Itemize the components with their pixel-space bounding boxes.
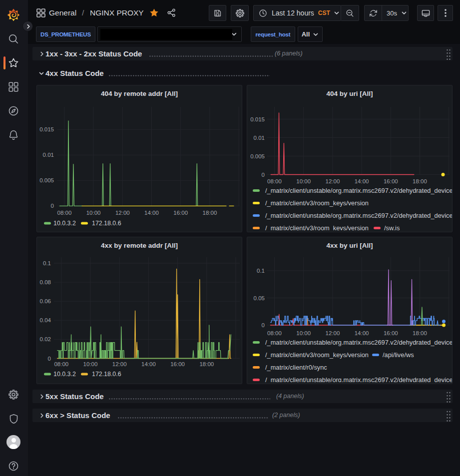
svg-text:0: 0 (48, 356, 51, 362)
svg-text:10.0.3.2: 10.0.3.2 (53, 220, 76, 227)
svg-text:172.18.0.6: 172.18.0.6 (92, 220, 121, 227)
svg-text:/_matrix/client/unstable/org.m: /_matrix/client/unstable/org.matrix.msc2… (265, 339, 452, 346)
svg-text:/_matrix/client/v3/room_keys/v: /_matrix/client/v3/room_keys/version (265, 351, 369, 359)
svg-text:0.08: 0.08 (40, 279, 51, 285)
svg-text:/_matrix/client/unstable/org.m: /_matrix/client/unstable/org.matrix.msc2… (265, 187, 452, 194)
svg-text:0.015: 0.015 (250, 116, 265, 122)
svg-text:10:00: 10:00 (86, 210, 101, 216)
svg-text:16:00: 16:00 (173, 210, 188, 216)
svg-text:16:00: 16:00 (384, 330, 398, 336)
svg-text:14:00: 14:00 (355, 330, 369, 336)
svg-text:08:00: 08:00 (267, 330, 282, 336)
svg-text:10:00: 10:00 (296, 178, 311, 184)
svg-text:08:00: 08:00 (267, 178, 282, 184)
svg-text:14:00: 14:00 (141, 361, 156, 367)
svg-text:0.1: 0.1 (257, 268, 265, 274)
svg-text:0.1: 0.1 (43, 260, 51, 266)
svg-text:/_matrix/client/r0/sync: /_matrix/client/r0/sync (265, 364, 327, 371)
svg-text:14:00: 14:00 (144, 210, 159, 216)
svg-text:12:00: 12:00 (326, 178, 340, 184)
svg-text:/_matrix/client/v3/room_keys/v: /_matrix/client/v3/room_keys/version (265, 224, 369, 231)
svg-text:0.015: 0.015 (39, 126, 54, 132)
svg-text:18:00: 18:00 (413, 178, 427, 184)
svg-text:172.18.0.6: 172.18.0.6 (92, 371, 121, 378)
svg-text:0.01: 0.01 (43, 152, 54, 158)
svg-text:0.05: 0.05 (254, 295, 265, 301)
svg-text:12:00: 12:00 (326, 330, 340, 336)
svg-text:0.02: 0.02 (40, 336, 51, 342)
svg-text:16:00: 16:00 (384, 178, 398, 184)
svg-text:18:00: 18:00 (203, 210, 217, 216)
svg-text:08:00: 08:00 (54, 361, 68, 367)
svg-text:16:00: 16:00 (170, 361, 185, 367)
svg-text:0.01: 0.01 (254, 135, 265, 141)
svg-text:0: 0 (262, 322, 265, 328)
svg-text:18:00: 18:00 (199, 361, 214, 367)
svg-text:0.005: 0.005 (39, 177, 54, 183)
svg-text:12:00: 12:00 (115, 210, 130, 216)
svg-text:0: 0 (51, 203, 54, 209)
svg-text:08:00: 08:00 (57, 210, 72, 216)
svg-text:0.005: 0.005 (250, 153, 265, 159)
svg-text:/_matrix/client/unstable/org.m: /_matrix/client/unstable/org.matrix.msc2… (265, 376, 452, 383)
svg-text:14:00: 14:00 (355, 178, 369, 184)
svg-text:/sw.js: /sw.js (384, 224, 400, 231)
svg-text:/api/live/ws: /api/live/ws (383, 351, 414, 359)
svg-text:/_matrix/client/unstable/org.m: /_matrix/client/unstable/org.matrix.msc2… (265, 212, 452, 219)
svg-text:0.06: 0.06 (40, 298, 51, 304)
svg-text:10:00: 10:00 (83, 361, 98, 367)
svg-text:0.04: 0.04 (40, 317, 51, 323)
svg-text:0: 0 (262, 172, 265, 178)
svg-text:10:00: 10:00 (296, 330, 311, 336)
svg-text:12:00: 12:00 (112, 361, 127, 367)
svg-text:18:00: 18:00 (413, 330, 427, 336)
svg-text:/_matrix/client/v3/room_keys/v: /_matrix/client/v3/room_keys/version (265, 199, 369, 207)
svg-text:10.0.3.2: 10.0.3.2 (53, 371, 76, 378)
